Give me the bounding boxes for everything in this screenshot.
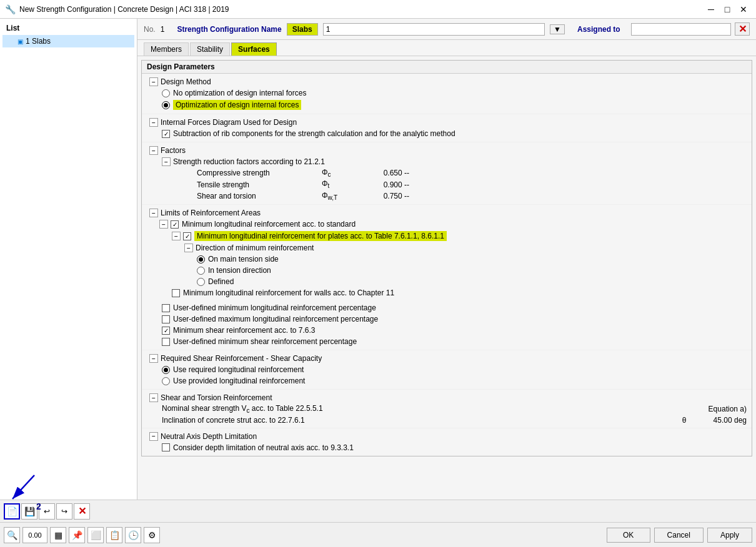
use-provided-long-radio[interactable] bbox=[162, 377, 170, 385]
shear-torsion-factor-name: Shear and torsion bbox=[197, 192, 322, 200]
pin-status-icon[interactable]: 📌 bbox=[69, 527, 85, 543]
min-walls-option[interactable]: Minimum longitudinal reinforcement for w… bbox=[172, 288, 394, 297]
use-required-long-radio[interactable] bbox=[162, 366, 170, 374]
maximize-button[interactable]: □ bbox=[720, 3, 735, 16]
main-tension-option[interactable]: On main tension side bbox=[197, 255, 279, 264]
apply-button[interactable]: Apply bbox=[707, 528, 752, 543]
subtraction-option[interactable]: Subtraction of rib components for the st… bbox=[162, 129, 455, 138]
title-bar: 🔧 New Strength Configuration | Concrete … bbox=[0, 0, 756, 19]
tension-direction-label: In tension direction bbox=[208, 266, 271, 275]
min-long-parent-checkbox[interactable] bbox=[171, 220, 179, 229]
reinforcement-collapse[interactable]: − bbox=[149, 209, 158, 217]
list-title: List bbox=[2, 21, 134, 35]
min-long-child-option[interactable]: Minimum longitudinal reinforcement for p… bbox=[183, 231, 447, 241]
user-min-long-option[interactable]: User-defined minimum longitudinal reinfo… bbox=[162, 303, 376, 312]
direction-header: − Direction of minimum reinforcement bbox=[184, 242, 747, 254]
tension-direction-row: In tension direction bbox=[184, 265, 747, 276]
strength-reduction-collapse[interactable]: − bbox=[162, 157, 171, 166]
consider-depth-checkbox[interactable] bbox=[162, 443, 170, 451]
tension-direction-radio[interactable] bbox=[197, 267, 205, 275]
shear-torsion-title: Shear and Torsion Reinforcement bbox=[161, 393, 272, 402]
cancel-button[interactable]: Cancel bbox=[654, 528, 704, 543]
defined-option[interactable]: Defined bbox=[197, 277, 234, 286]
bottom-toolbar: 2 📄 💾 ↩ ↪ ✕ bbox=[0, 500, 756, 522]
user-max-long-option[interactable]: User-defined maximum longitudinal reinfo… bbox=[162, 315, 378, 323]
settings-status-icon[interactable]: ⚙ bbox=[144, 527, 160, 543]
shear-torsion-factor-value: 0.750 -- bbox=[359, 192, 409, 200]
neutral-axis-collapse[interactable]: − bbox=[149, 432, 158, 441]
internal-forces-title: Internal Forces Diagram Used for Design bbox=[161, 118, 297, 127]
design-method-collapse[interactable]: − bbox=[149, 77, 158, 86]
list-item-slabs[interactable]: ▣ 1 Slabs bbox=[2, 35, 134, 47]
factors-collapse[interactable]: − bbox=[149, 146, 158, 155]
status-icons: 🔍 0.00 ▦ 📌 ⬜ 📋 🕒 ⚙ bbox=[4, 527, 160, 543]
consider-depth-label: Consider depth limitation of neutral axi… bbox=[173, 443, 354, 452]
optimization-option[interactable]: Optimization of design internal forces bbox=[162, 100, 301, 110]
compressive-name: Compressive strength bbox=[197, 169, 322, 177]
minimize-button[interactable]: ─ bbox=[704, 3, 719, 16]
min-shear-option[interactable]: Minimum shear reinforcement acc. to 7.6.… bbox=[162, 326, 315, 335]
config-name-input[interactable] bbox=[323, 23, 545, 36]
compressive-value: 0.650 -- bbox=[359, 169, 409, 177]
new-button[interactable]: 📄 bbox=[4, 503, 20, 520]
close-button[interactable]: ✕ bbox=[736, 3, 751, 16]
optimization-label: Optimization of design internal forces bbox=[173, 100, 301, 110]
min-long-child-checkbox[interactable] bbox=[183, 232, 191, 240]
factors-header: − Factors bbox=[147, 145, 747, 156]
user-min-shear-checkbox[interactable] bbox=[162, 338, 170, 346]
min-walls-checkbox[interactable] bbox=[172, 289, 180, 297]
use-provided-long-option[interactable]: Use provided longitudinal reinforcement bbox=[162, 377, 305, 385]
user-min-shear-row: User-defined minimum shear reinforcement… bbox=[147, 336, 747, 347]
frame-status-icon[interactable]: ⬜ bbox=[87, 527, 104, 543]
strength-reduction-title: Strength reduction factors according to … bbox=[173, 157, 325, 166]
tab-surfaces[interactable]: Surfaces bbox=[231, 42, 277, 56]
no-value: 1 bbox=[161, 25, 165, 34]
shear-torsion-header: − Shear and Torsion Reinforcement bbox=[147, 392, 747, 403]
assigned-input[interactable] bbox=[631, 23, 731, 36]
tab-stability[interactable]: Stability bbox=[190, 42, 230, 56]
design-method-opt-row: Optimization of design internal forces bbox=[147, 99, 747, 111]
main-tension-radio[interactable] bbox=[197, 255, 205, 264]
required-shear-collapse[interactable]: − bbox=[149, 354, 158, 363]
search-status-icon[interactable]: 🔍 bbox=[4, 527, 20, 543]
save-button[interactable]: 💾 bbox=[21, 503, 37, 520]
subtraction-checkbox[interactable] bbox=[162, 130, 170, 138]
consider-depth-option[interactable]: Consider depth limitation of neutral axi… bbox=[162, 443, 354, 452]
grid-status-icon[interactable]: ▦ bbox=[50, 527, 66, 543]
no-optimization-option[interactable]: No optimization of design internal force… bbox=[162, 89, 306, 97]
tension-direction-option[interactable]: In tension direction bbox=[197, 266, 271, 275]
assigned-clear-button[interactable]: ✕ bbox=[735, 22, 750, 36]
optimization-radio[interactable] bbox=[162, 101, 170, 109]
shear-torsion-collapse[interactable]: − bbox=[149, 393, 158, 402]
user-max-long-label: User-defined maximum longitudinal reinfo… bbox=[173, 315, 378, 323]
min-long-parent-collapse[interactable]: − bbox=[159, 220, 168, 229]
no-optimization-radio[interactable] bbox=[162, 89, 170, 97]
design-params-header: Design Parameters bbox=[142, 61, 752, 74]
direction-collapse[interactable]: − bbox=[184, 244, 193, 252]
header-name: Strength Configuration Name Slabs ▼ bbox=[177, 23, 565, 36]
value-status[interactable]: 0.00 bbox=[22, 527, 47, 543]
direction-section: − Direction of minimum reinforcement On … bbox=[172, 242, 747, 287]
time-status-icon[interactable]: 🕒 bbox=[125, 527, 141, 543]
redo-button[interactable]: ↪ bbox=[56, 503, 72, 520]
assigned-label: Assigned to bbox=[577, 25, 627, 34]
tensile-name: Tensile strength bbox=[197, 180, 322, 189]
ok-button[interactable]: OK bbox=[607, 528, 650, 543]
defined-label: Defined bbox=[208, 277, 234, 286]
defined-radio[interactable] bbox=[197, 278, 205, 286]
min-long-parent-option[interactable]: Minimum longitudinal reinforcement acc. … bbox=[171, 220, 356, 229]
config-dropdown[interactable]: ▼ bbox=[550, 24, 565, 34]
min-shear-checkbox[interactable] bbox=[162, 327, 170, 335]
user-min-long-checkbox[interactable] bbox=[162, 304, 170, 312]
user-max-long-row: User-defined maximum longitudinal reinfo… bbox=[147, 313, 747, 325]
delete-button[interactable]: ✕ bbox=[74, 503, 90, 520]
min-long-child-collapse[interactable]: − bbox=[172, 232, 181, 240]
defined-row: Defined bbox=[184, 276, 747, 287]
internal-forces-collapse[interactable]: − bbox=[149, 118, 158, 127]
user-min-shear-option[interactable]: User-defined minimum shear reinforcement… bbox=[162, 337, 357, 346]
tab-members[interactable]: Members bbox=[144, 42, 189, 56]
use-required-long-option[interactable]: Use required longitudinal reinforcement bbox=[162, 365, 304, 374]
status-bar: 🔍 0.00 ▦ 📌 ⬜ 📋 🕒 ⚙ OK Cancel Apply bbox=[0, 522, 756, 547]
user-max-long-checkbox[interactable] bbox=[162, 315, 170, 323]
copy-status-icon[interactable]: 📋 bbox=[106, 527, 122, 543]
